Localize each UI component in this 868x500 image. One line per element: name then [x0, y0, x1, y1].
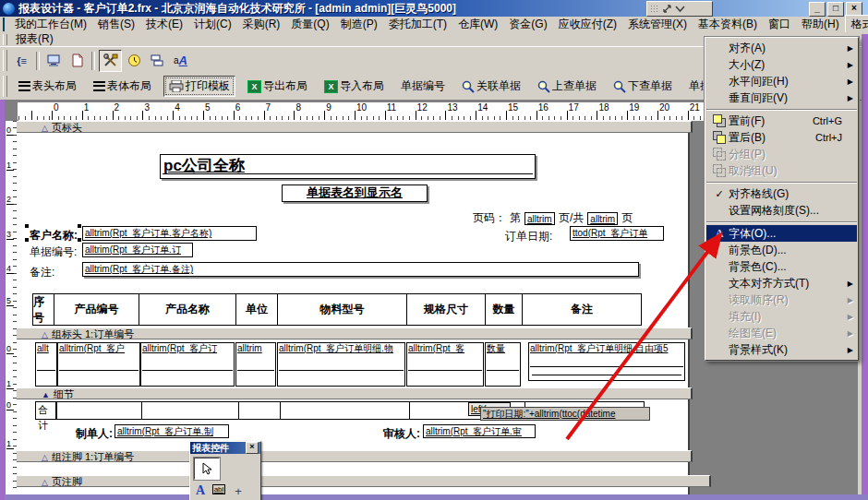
toolbox-close-icon[interactable]: ×: [246, 442, 259, 454]
tools-icon[interactable]: [99, 50, 122, 72]
menu-item-15[interactable]: 格式(O): [845, 15, 868, 34]
format-menu-item-20[interactable]: 背景样式(K)▶: [706, 341, 857, 358]
checker-label[interactable]: 审核人:: [383, 426, 420, 442]
toolbar-button-5[interactable]: 单据编号: [396, 77, 450, 96]
table-header-cell[interactable]: 单位: [236, 294, 278, 325]
doc-no-field[interactable]: alltrim(Rpt_客户订单.订: [82, 243, 193, 257]
format-menu-item-16[interactable]: 文本对齐方式(T)▶: [706, 275, 857, 292]
label-tool-icon[interactable]: A: [192, 481, 209, 500]
menu-item-6[interactable]: 制造(P): [335, 16, 383, 33]
chevron-down-icon[interactable]: [675, 6, 685, 13]
table-header-cell[interactable]: 产品名称: [139, 294, 236, 325]
pageno-field-2[interactable]: alltrim: [587, 212, 618, 225]
detail-field-1[interactable]: alltrim(Rpt_客户: [57, 342, 140, 387]
format-menu-item-10[interactable]: ✓对齐格线(G): [706, 185, 857, 202]
layout-icon[interactable]: [147, 51, 168, 71]
detail-field-2[interactable]: alltrim(Rpt_客户订: [140, 342, 235, 387]
table-header-cell[interactable]: 物料型号: [278, 294, 407, 325]
toolbar-button-4[interactable]: X导入布局: [319, 77, 389, 96]
toolbar-button-3[interactable]: X导出布局: [243, 77, 312, 96]
customer-field[interactable]: alltrim(Rpt_客户订单.客户名称): [82, 226, 257, 241]
menu-item-3[interactable]: 计划(C): [188, 16, 237, 33]
format-menu-item-2[interactable]: 水平间距(H)▶: [706, 73, 857, 89]
maker-field[interactable]: alltrim(Rpt_客户订单.制: [115, 424, 229, 438]
select-cursor-icon[interactable]: [194, 458, 220, 480]
detail-field-7[interactable]: alltrim(Rpt_客户订单明细.自由项5: [528, 342, 685, 381]
toolbar-button-1[interactable]: 表体布局: [89, 77, 156, 96]
menu-item-7[interactable]: 委托加工(T): [383, 16, 452, 33]
format-menu-item-13[interactable]: A字体(O)...: [706, 225, 857, 242]
order-date-field[interactable]: ttod(Rpt_客户订单: [570, 226, 664, 241]
checker-field[interactable]: alltrim(Rpt_客户订单.审: [423, 424, 536, 438]
menu-item-9[interactable]: 资金(G): [503, 16, 552, 33]
detail-field-0[interactable]: allt: [35, 342, 57, 387]
toolbar-button-0[interactable]: 表头布局: [14, 77, 81, 96]
table-header-cell[interactable]: 产品编号: [54, 294, 139, 325]
format-menu-item-15[interactable]: 背景色(C)...: [706, 258, 857, 275]
collapse-triangle-icon[interactable]: △: [42, 124, 48, 133]
detail-field-4[interactable]: alltrim(Rpt_客户订单明细.物: [277, 342, 405, 387]
maker-label[interactable]: 制单人:: [76, 426, 113, 442]
pageno-field-1[interactable]: alltrim: [524, 212, 555, 225]
table-header-cell[interactable]: 规格尺寸: [407, 294, 486, 325]
total-row-cell[interactable]: [239, 402, 281, 419]
collapse-triangle-icon[interactable]: △: [42, 330, 48, 339]
field-list-icon[interactable]: {≡: [11, 51, 32, 71]
company-title-field[interactable]: pc公司全称: [160, 154, 536, 179]
toolbar-button-8[interactable]: 下查单据: [609, 77, 677, 96]
format-menu-item-6[interactable]: 置后(B)Ctrl+J: [706, 129, 857, 146]
cross-tool-icon[interactable]: +: [231, 481, 246, 500]
history-clock-icon[interactable]: [124, 51, 145, 71]
toolbox-title-bar[interactable]: 报表控件 ×: [190, 442, 260, 454]
total-row-cell[interactable]: [142, 402, 239, 419]
report-controls-toolbox[interactable]: 报表控件 × A abl +: [189, 441, 261, 500]
order-date-label[interactable]: 订单日期:: [505, 229, 552, 244]
format-menu-item-1[interactable]: 大小(Z)▶: [706, 56, 857, 73]
table-header-cell[interactable]: 备注: [523, 294, 641, 325]
doc-no-label[interactable]: 单据编号:: [30, 244, 77, 260]
print-date-field[interactable]: "打印日期:"+alltrim(ttoc(datetime: [480, 407, 650, 421]
menu-item-10[interactable]: 应收应付(Z): [553, 16, 622, 33]
collapse-triangle-icon[interactable]: △: [42, 478, 48, 487]
total-row-cell[interactable]: 合计: [36, 402, 57, 419]
toolbar-button-2[interactable]: 打印模板: [163, 76, 235, 97]
menu-item-13[interactable]: 窗口: [763, 16, 796, 33]
restore-button[interactable]: □: [827, 2, 844, 17]
format-menu-item-0[interactable]: 对齐(A)▶: [706, 40, 857, 56]
band-page-footer[interactable]: △页注脚: [17, 475, 711, 487]
total-row-cell[interactable]: [281, 402, 410, 419]
new-document-icon[interactable]: [66, 51, 88, 71]
menu-item-4[interactable]: 采购(R): [237, 16, 286, 33]
form-title-field[interactable]: 单据表名到显示名: [282, 185, 428, 202]
toolbar-grip[interactable]: [3, 34, 7, 45]
menu-item-1[interactable]: 销售(S): [92, 16, 140, 33]
format-menu-item-5[interactable]: 置前(F)Ctrl+G: [706, 113, 857, 129]
format-menu-item-3[interactable]: 垂直间距(V)▶: [706, 89, 857, 106]
menu-item-2[interactable]: 技术(E): [140, 16, 188, 33]
font-style-icon[interactable]: aA: [170, 51, 191, 71]
menu-item-11[interactable]: 系统管理(X): [622, 16, 693, 33]
table-header-row[interactable]: 序号产品编号产品名称单位物料型号规格尺寸数量备注: [32, 293, 642, 326]
textbox-tool-icon[interactable]: abl: [211, 482, 227, 495]
detail-field-6[interactable]: 数量: [485, 342, 521, 387]
menu-item-12[interactable]: 基本资料(B): [693, 16, 763, 33]
toolbar-grip[interactable]: [3, 50, 7, 71]
table-header-cell[interactable]: 数量: [486, 294, 523, 325]
band-group-header[interactable]: △组标头 1:订单编号: [17, 327, 693, 339]
menu-item-5[interactable]: 质量(Q): [285, 16, 334, 33]
table-header-cell[interactable]: 序号: [33, 294, 54, 325]
detail-field-3[interactable]: alltrim: [235, 342, 276, 387]
band-detail[interactable]: ▲细节: [17, 387, 693, 399]
band-page-header[interactable]: △页标头: [17, 121, 693, 133]
floating-toolbar-handle[interactable]: [646, 1, 713, 17]
title-bar[interactable]: 报表设计器 - 客户订单2.frx - 北京京润海自动化技术研究所 - [adm…: [0, 0, 868, 17]
format-menu-item-14[interactable]: 前景色(D)...: [706, 242, 857, 258]
remark-field[interactable]: alltrim(Rpt_客户订单.备注): [82, 262, 639, 277]
total-row-cell[interactable]: [57, 402, 142, 419]
format-menu-item-11[interactable]: 设置网格刻度(S)...: [706, 202, 857, 219]
computer-icon[interactable]: [43, 51, 65, 71]
band-group-footer[interactable]: △组注脚 1:订单编号: [17, 450, 693, 462]
minimize-button[interactable]: _: [809, 2, 826, 17]
customer-label[interactable]: 客户名称:: [30, 228, 78, 244]
collapse-triangle-icon[interactable]: ▲: [42, 390, 50, 399]
